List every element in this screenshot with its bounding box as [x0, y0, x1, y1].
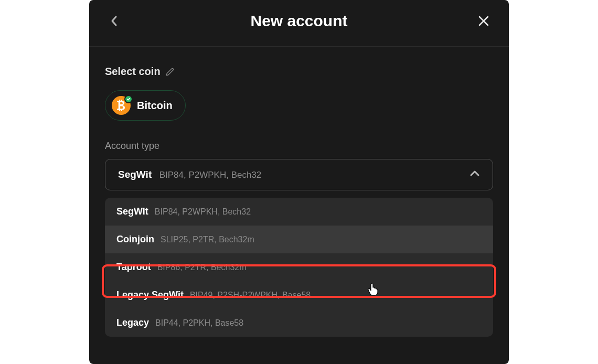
- check-badge-icon: [124, 95, 133, 103]
- chevron-left-icon: [110, 15, 119, 27]
- select-coin-label: Select coin: [105, 66, 161, 78]
- chevron-up-icon: [469, 170, 480, 179]
- select-coin-label-row: Select coin: [105, 66, 493, 78]
- dropdown-item-name: Coinjoin: [116, 234, 154, 245]
- coin-icon-wrap: [112, 96, 131, 115]
- close-icon: [478, 15, 489, 27]
- dropdown-item-legacy[interactable]: Legacy BIP44, P2PKH, Base58: [105, 309, 493, 337]
- modal-title: New account: [250, 12, 347, 30]
- dropdown-item-coinjoin[interactable]: Coinjoin SLIP25, P2TR, Bech32m: [105, 226, 493, 253]
- dropdown-item-taproot[interactable]: Taproot BIP86, P2TR, Bech32m: [105, 253, 493, 281]
- account-type-dropdown: SegWit BIP84, P2WPKH, Bech32 Coinjoin SL…: [105, 198, 493, 337]
- coin-name: Bitcoin: [137, 100, 173, 112]
- select-value-detail: BIP84, P2WPKH, Bech32: [159, 170, 262, 180]
- edit-icon[interactable]: [166, 68, 174, 76]
- modal-body: Select coin Bitcoin Account type SegWit …: [89, 47, 509, 337]
- dropdown-item-name: Legacy: [116, 317, 149, 328]
- dropdown-item-name: Legacy SegWit: [116, 290, 184, 301]
- select-value-name: SegWit: [118, 169, 152, 180]
- dropdown-item-detail: BIP49, P2SH-P2WPKH, Base58: [190, 291, 311, 300]
- back-button[interactable]: [104, 10, 125, 31]
- account-type-select[interactable]: SegWit BIP84, P2WPKH, Bech32: [105, 159, 493, 190]
- modal-header: New account: [89, 0, 509, 47]
- dropdown-item-legacy-segwit[interactable]: Legacy SegWit BIP49, P2SH-P2WPKH, Base58: [105, 281, 493, 309]
- account-type-label: Account type: [105, 141, 493, 152]
- dropdown-item-name: Taproot: [116, 262, 151, 273]
- close-button[interactable]: [473, 10, 494, 31]
- select-value: SegWit BIP84, P2WPKH, Bech32: [118, 169, 261, 180]
- dropdown-item-detail: BIP44, P2PKH, Base58: [155, 318, 243, 328]
- dropdown-item-name: SegWit: [116, 206, 148, 217]
- dropdown-item-segwit[interactable]: SegWit BIP84, P2WPKH, Bech32: [105, 198, 493, 226]
- dropdown-item-detail: SLIP25, P2TR, Bech32m: [161, 235, 254, 244]
- dropdown-item-detail: BIP86, P2TR, Bech32m: [157, 263, 247, 272]
- coin-pill-bitcoin[interactable]: Bitcoin: [105, 90, 186, 121]
- dropdown-item-detail: BIP84, P2WPKH, Bech32: [155, 207, 251, 217]
- new-account-modal: New account Select coin Bitcoin Account …: [89, 0, 509, 364]
